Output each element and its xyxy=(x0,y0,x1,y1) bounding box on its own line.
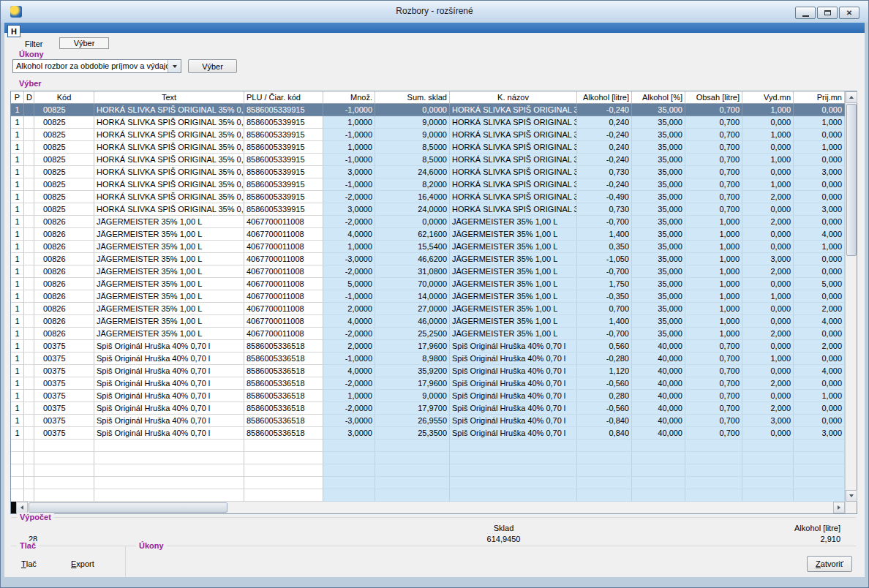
grid-cell: 0,000 xyxy=(742,228,794,241)
tab-filter[interactable]: Filter xyxy=(25,39,42,48)
scroll-left-button[interactable] xyxy=(16,502,28,513)
grid-row[interactable] xyxy=(11,489,845,502)
grid-row[interactable]: 100826JÄGERMEISTER 35% 1,00 L40677000110… xyxy=(11,253,845,265)
grid-cell xyxy=(685,489,742,502)
grid-cell: 35,000 xyxy=(632,178,685,191)
grid-cell: 17,9700 xyxy=(375,402,450,415)
grid-row[interactable]: 100826JÄGERMEISTER 35% 1,00 L40677000110… xyxy=(11,228,845,241)
zatvorit-button[interactable]: Zatvoriť xyxy=(807,556,852,572)
grid-row[interactable]: 100825HORKÁ SLIVKA SPIŠ ORIGINAL 35% 0,7… xyxy=(11,116,845,129)
grid-row[interactable]: 100375Spiš Originál Hruška 40% 0,70 l858… xyxy=(11,365,845,377)
grid-cell: Spiš Originál Hruška 40% 0,70 l xyxy=(450,390,577,402)
grid-cell: 17,9600 xyxy=(375,377,450,390)
scroll-right-button[interactable] xyxy=(833,502,845,513)
grid-row[interactable]: 100375Spiš Originál Hruška 40% 0,70 l858… xyxy=(11,415,845,427)
tab-vyber[interactable]: Výber xyxy=(59,37,109,49)
column-header[interactable]: Množ. xyxy=(323,91,375,104)
grid-cell: 2,0000 xyxy=(323,340,375,353)
horizontal-scrollbar[interactable] xyxy=(16,502,845,513)
minimize-button[interactable] xyxy=(795,7,816,19)
grid-row[interactable]: 100826JÄGERMEISTER 35% 1,00 L40677000110… xyxy=(11,315,845,328)
maximize-button[interactable] xyxy=(817,7,838,19)
close-button[interactable]: ✕ xyxy=(839,7,859,19)
grid-cell: 1,400 xyxy=(577,228,632,241)
column-header[interactable]: Obsah [litre] xyxy=(685,91,742,104)
grid-row[interactable]: 100826JÄGERMEISTER 35% 1,00 L40677000110… xyxy=(11,241,845,253)
grid-cell: 00826 xyxy=(34,315,94,328)
grid-cell: 1 xyxy=(11,104,24,116)
grid-row[interactable]: 100375Spiš Originál Hruška 40% 0,70 l858… xyxy=(11,377,845,390)
grid-row[interactable]: 100825HORKÁ SLIVKA SPIŠ ORIGINAL 35% 0,7… xyxy=(11,178,845,191)
grid-cell: 0,000 xyxy=(794,216,845,228)
tlac-button[interactable]: Tlač xyxy=(18,558,40,570)
grid-row[interactable]: 100375Spiš Originál Hruška 40% 0,70 l858… xyxy=(11,340,845,353)
grid-row[interactable] xyxy=(11,440,845,452)
vertical-scrollbar[interactable] xyxy=(845,91,857,502)
grid-cell: HORKÁ SLIVKA SPIŠ ORIGINAL 35% 0,70 xyxy=(94,178,244,191)
scroll-up-button[interactable] xyxy=(846,91,857,103)
h-button[interactable]: H xyxy=(7,25,20,37)
grid-cell: 00825 xyxy=(34,141,94,154)
grid-cell: 35,000 xyxy=(632,203,685,216)
close-icon: ✕ xyxy=(846,10,852,17)
grid-row[interactable]: 100826JÄGERMEISTER 35% 1,00 L40677000110… xyxy=(11,278,845,290)
grid-row[interactable]: 100375Spiš Originál Hruška 40% 0,70 l858… xyxy=(11,353,845,365)
grid-cell: 1 xyxy=(11,154,24,166)
grid-cell: 8586005336518 xyxy=(244,415,323,427)
grid-cell: 1 xyxy=(11,427,24,440)
grid-cell: -0,240 xyxy=(577,178,632,191)
grid-cell: -2,0000 xyxy=(323,402,375,415)
grid-row[interactable]: 100826JÄGERMEISTER 35% 1,00 L40677000110… xyxy=(11,216,845,228)
column-header[interactable]: Vyd.mn xyxy=(742,91,794,104)
grid-row[interactable]: 100825HORKÁ SLIVKA SPIŠ ORIGINAL 35% 0,7… xyxy=(11,191,845,203)
grid-cell: -0,840 xyxy=(577,415,632,427)
grid-cell xyxy=(244,440,323,452)
combo-dropdown-icon[interactable] xyxy=(168,60,181,72)
column-header[interactable]: Prij.mn xyxy=(794,91,845,104)
grid-row[interactable]: 100826JÄGERMEISTER 35% 1,00 L40677000110… xyxy=(11,265,845,278)
grid-row[interactable]: 100825HORKÁ SLIVKA SPIŠ ORIGINAL 35% 0,7… xyxy=(11,129,845,141)
grid-row[interactable]: 100825HORKÁ SLIVKA SPIŠ ORIGINAL 35% 0,7… xyxy=(11,104,845,116)
grid-cell xyxy=(632,440,685,452)
grid-cell: 1,000 xyxy=(794,241,845,253)
column-header[interactable]: Sum. sklad xyxy=(375,91,450,104)
rozbor-combobox[interactable]: Alkohol rozbor za obdobie príjmov a výda… xyxy=(12,59,181,73)
column-header[interactable]: Alkohol [%] xyxy=(632,91,685,104)
horizontal-scrollbar-thumb[interactable] xyxy=(29,502,227,513)
grid-row[interactable]: 100826JÄGERMEISTER 35% 1,00 L40677000110… xyxy=(11,303,845,315)
column-header[interactable]: Kód xyxy=(34,91,94,104)
vyber-button[interactable]: Výber xyxy=(188,59,237,73)
grid-row[interactable] xyxy=(11,477,845,489)
grid-cell xyxy=(24,228,34,241)
column-header[interactable]: PLU / Čiar. kód xyxy=(244,91,323,104)
grid-cell: -2,0000 xyxy=(323,377,375,390)
grid-cell: 0,000 xyxy=(794,377,845,390)
column-header[interactable]: K. názov xyxy=(450,91,577,104)
grid-row[interactable]: 100825HORKÁ SLIVKA SPIŠ ORIGINAL 35% 0,7… xyxy=(11,203,845,216)
grid-row[interactable]: 100375Spiš Originál Hruška 40% 0,70 l858… xyxy=(11,402,845,415)
grid-row[interactable]: 100375Spiš Originál Hruška 40% 0,70 l858… xyxy=(11,427,845,440)
grid-row[interactable]: 100825HORKÁ SLIVKA SPIŠ ORIGINAL 35% 0,7… xyxy=(11,141,845,154)
export-button[interactable]: Export xyxy=(68,558,97,570)
grid-cell: 40,000 xyxy=(632,427,685,440)
grid-cell: HORKÁ SLIVKA SPIŠ ORIGINAL 35% xyxy=(450,129,577,141)
grid-row[interactable]: 100826JÄGERMEISTER 35% 1,00 L40677000110… xyxy=(11,290,845,303)
grid-row[interactable] xyxy=(11,452,845,464)
column-header[interactable]: Alkohol [litre] xyxy=(577,91,632,104)
chevron-down-icon xyxy=(173,65,177,68)
grid-cell: 4067700011008 xyxy=(244,253,323,265)
column-header[interactable]: P xyxy=(11,91,24,104)
grid-row[interactable]: 100825HORKÁ SLIVKA SPIŠ ORIGINAL 35% 0,7… xyxy=(11,154,845,166)
grid-cell: 0,700 xyxy=(685,154,742,166)
grid-cell: 8,9800 xyxy=(375,353,450,365)
scroll-down-button[interactable] xyxy=(846,490,857,502)
grid-cell: JÄGERMEISTER 35% 1,00 L xyxy=(450,265,577,278)
grid-row[interactable]: 100375Spiš Originál Hruška 40% 0,70 l858… xyxy=(11,390,845,402)
column-header[interactable]: D xyxy=(24,91,34,104)
vertical-scrollbar-thumb[interactable] xyxy=(846,104,857,256)
grid-row[interactable]: 100826JÄGERMEISTER 35% 1,00 L40677000110… xyxy=(11,328,845,340)
column-header[interactable]: Text xyxy=(94,91,244,104)
grid-row[interactable] xyxy=(11,464,845,477)
grid-splitter[interactable] xyxy=(11,502,16,513)
grid-row[interactable]: 100825HORKÁ SLIVKA SPIŠ ORIGINAL 35% 0,7… xyxy=(11,166,845,178)
